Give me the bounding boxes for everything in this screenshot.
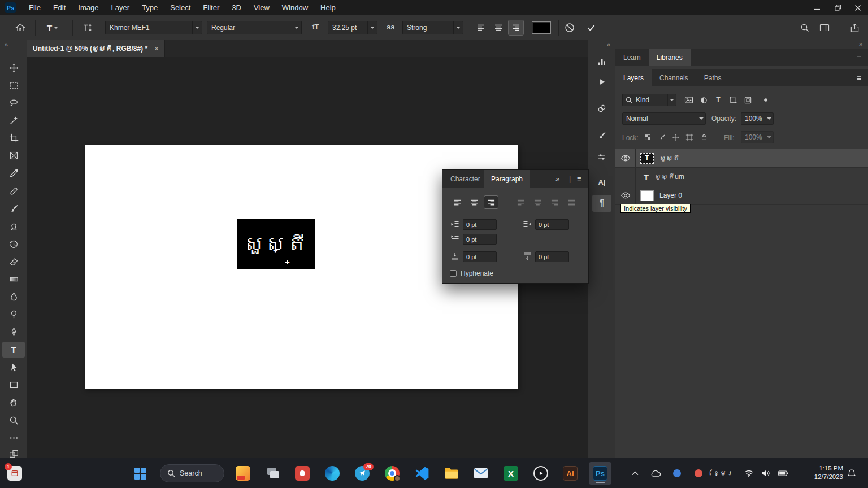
justify-last-center-button[interactable]	[531, 196, 544, 208]
taskbar-excel[interactable]: X	[500, 462, 522, 485]
edit-toolbar-button[interactable]	[2, 430, 25, 446]
battery-icon[interactable]	[776, 458, 790, 488]
paragraph-panel-menu-icon[interactable]: ≡	[577, 175, 581, 183]
document-tab[interactable]: Untitled-1 @ 50% (សួស្តី, RGB/8#) * ×	[27, 40, 165, 57]
taskbar-search[interactable]: Search	[160, 464, 224, 482]
menu-filter[interactable]: Filter	[197, 0, 225, 15]
menu-image[interactable]: Image	[72, 0, 105, 15]
type-tool[interactable]: T	[2, 342, 25, 358]
layers-panel-menu-icon[interactable]: ≡	[850, 69, 868, 86]
home-button[interactable]	[14, 21, 27, 34]
paragraph-align-center-button[interactable]	[467, 196, 481, 208]
quick-selection-tool[interactable]	[2, 112, 25, 128]
taskbar-edge[interactable]	[321, 462, 344, 485]
tab-paths[interactable]: Paths	[696, 69, 730, 86]
taskbar-photoshop[interactable]: Ps	[589, 462, 611, 485]
hyphenate-checkbox[interactable]	[450, 270, 457, 277]
menu-edit[interactable]: Edit	[47, 0, 72, 15]
collapse-tools-icon[interactable]: »	[5, 41, 8, 48]
tab-character[interactable]: Character	[444, 170, 487, 188]
current-tool-preset[interactable]: T	[43, 20, 62, 35]
blur-tool[interactable]	[2, 289, 25, 304]
tray-overflow-chevron[interactable]	[628, 458, 642, 488]
anti-alias-select[interactable]: Strong	[402, 21, 463, 34]
volume-icon[interactable]	[760, 458, 772, 488]
eraser-tool[interactable]	[2, 254, 25, 269]
panel-menu-icon[interactable]: ≡	[850, 49, 868, 66]
layer-filter-kind-select[interactable]: Kind	[622, 94, 676, 106]
healing-brush-tool[interactable]	[2, 183, 25, 199]
tab-channels[interactable]: Channels	[652, 69, 696, 86]
panel-overflow-icon[interactable]: »	[555, 175, 559, 183]
layer-row-background[interactable]: Layer 0	[615, 186, 868, 205]
clone-stamp-tool[interactable]	[2, 218, 25, 234]
pen-tool[interactable]	[2, 324, 25, 339]
taskbar-app-1[interactable]	[232, 462, 254, 485]
taskbar-app-2[interactable]	[262, 462, 284, 485]
image-layer-thumbnail[interactable]	[640, 190, 654, 201]
paragraph-align-left-button[interactable]	[450, 196, 464, 208]
close-tab-icon[interactable]: ×	[154, 45, 159, 53]
histogram-panel-button[interactable]	[592, 54, 611, 71]
hand-tool[interactable]	[2, 394, 25, 410]
filter-adjustment-layers-icon[interactable]	[697, 94, 710, 106]
share-icon[interactable]	[848, 21, 861, 34]
gradient-tool[interactable]	[2, 271, 25, 287]
menu-view[interactable]: View	[248, 0, 276, 15]
menu-select[interactable]: Select	[164, 0, 197, 15]
layer-visibility-toggle[interactable]	[615, 186, 636, 204]
taskbar-media-player[interactable]	[530, 462, 552, 485]
restore-button[interactable]	[827, 0, 848, 15]
collapse-panels-icon[interactable]: »	[859, 41, 862, 47]
wifi-icon[interactable]	[743, 458, 755, 488]
align-center-button[interactable]	[491, 20, 506, 35]
zoom-tool[interactable]	[2, 412, 25, 428]
brush-settings-panel-button[interactable]	[592, 127, 611, 144]
expand-panels-icon[interactable]: «	[607, 41, 610, 48]
text-layer-thumbnail[interactable]: T	[640, 153, 654, 164]
opacity-select[interactable]: 100%	[741, 112, 774, 125]
character-panel-button[interactable]: A|	[592, 173, 611, 190]
menu-type[interactable]: Type	[136, 0, 164, 15]
font-family-select[interactable]: Khmer MEF1	[105, 21, 202, 34]
blend-mode-select[interactable]: Normal	[622, 112, 706, 125]
justify-last-left-button[interactable]	[514, 196, 527, 208]
paragraph-panel-button[interactable]: ¶	[592, 195, 611, 212]
clone-source-panel-button[interactable]	[592, 100, 611, 117]
path-selection-tool[interactable]	[2, 359, 25, 375]
layer-visibility-toggle[interactable]	[615, 149, 636, 167]
taskbar-mail[interactable]	[470, 462, 492, 485]
menu-window[interactable]: Window	[276, 0, 314, 15]
filter-pixel-layers-icon[interactable]	[682, 94, 696, 106]
tab-learn[interactable]: Learn	[615, 49, 649, 66]
indent-first-line-field[interactable]	[463, 234, 497, 245]
filter-smart-objects-icon[interactable]	[741, 94, 754, 106]
layer-row-text-1[interactable]: T សួស្តី	[615, 149, 868, 168]
fill-select[interactable]: 100%	[741, 131, 774, 143]
taskbar-chrome[interactable]	[381, 462, 403, 485]
text-color-swatch[interactable]	[532, 21, 551, 34]
frame-tool[interactable]	[2, 147, 25, 163]
space-before-field[interactable]	[463, 251, 497, 262]
menu-help[interactable]: Help	[314, 0, 342, 15]
paragraph-align-right-button[interactable]	[484, 196, 498, 208]
space-after-field[interactable]	[535, 251, 569, 262]
cancel-edits-button[interactable]	[563, 21, 576, 34]
eyedropper-tool[interactable]	[2, 165, 25, 181]
layer-visibility-toggle[interactable]	[615, 168, 636, 186]
close-button[interactable]	[848, 0, 868, 15]
indent-left-field[interactable]	[463, 219, 497, 230]
history-brush-tool[interactable]	[2, 236, 25, 252]
text-orientation-button[interactable]	[80, 21, 94, 34]
align-left-button[interactable]	[474, 20, 488, 35]
start-button[interactable]	[129, 462, 151, 485]
tray-notification-app-icon[interactable]: 1	[3, 462, 26, 485]
lock-all-button[interactable]	[698, 131, 710, 143]
taskbar-file-explorer[interactable]	[440, 462, 463, 485]
notification-bell-icon[interactable]	[844, 458, 859, 488]
tab-libraries[interactable]: Libraries	[649, 49, 691, 66]
minimize-button[interactable]	[807, 0, 827, 15]
tab-layers[interactable]: Layers	[615, 69, 652, 86]
taskbar-illustrator[interactable]: Ai	[559, 462, 581, 485]
search-icon[interactable]	[798, 21, 811, 34]
